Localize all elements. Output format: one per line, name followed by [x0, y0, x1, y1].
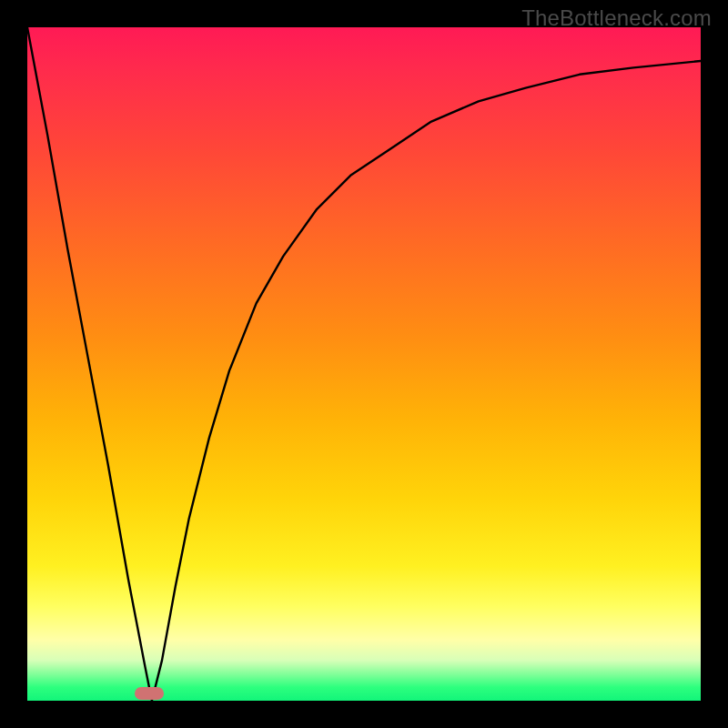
minimum-marker	[135, 687, 164, 700]
plot-area	[27, 27, 701, 701]
watermark-text: TheBottleneck.com	[521, 5, 712, 31]
bottleneck-curve	[27, 27, 701, 701]
curve-path	[27, 27, 701, 701]
chart-frame: TheBottleneck.com	[0, 0, 728, 728]
